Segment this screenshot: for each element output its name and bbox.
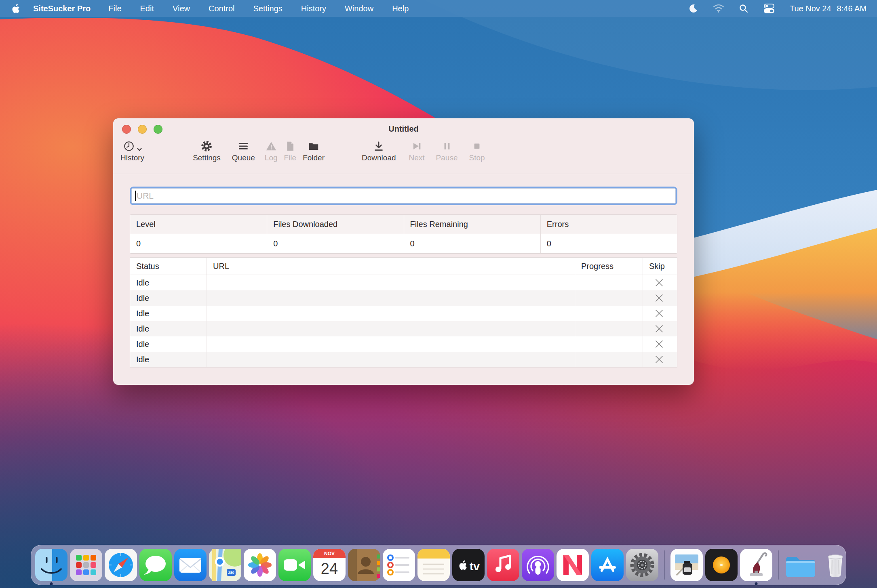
- dock-divider: [664, 550, 665, 580]
- dock: 280 NOV: [31, 545, 846, 585]
- document-icon: [284, 140, 296, 152]
- svg-text:tv: tv: [470, 560, 480, 573]
- queue-row[interactable]: Idle: [130, 321, 677, 336]
- apple-logo-icon: [11, 3, 20, 14]
- toolbar-next-button[interactable]: Next: [409, 139, 425, 162]
- dock-safari[interactable]: [105, 549, 137, 581]
- queue-row[interactable]: Idle: [130, 336, 677, 352]
- control-center-icon[interactable]: [763, 3, 775, 14]
- queue-row[interactable]: Idle: [130, 275, 677, 290]
- stats-value-level: 0: [130, 234, 267, 253]
- queue-lines-icon: [237, 140, 249, 152]
- queue-header-status[interactable]: Status: [130, 258, 207, 275]
- dock-launchpad[interactable]: [70, 549, 102, 581]
- dock-music[interactable]: [487, 549, 519, 581]
- apple-menu[interactable]: [11, 3, 21, 14]
- dock-calendar[interactable]: NOV 24: [313, 549, 346, 581]
- title-bar[interactable]: Untitled: [113, 118, 694, 139]
- text-caret: [135, 191, 136, 201]
- toolbar-stop-button[interactable]: Stop: [469, 139, 485, 162]
- dock-sitesucker[interactable]: [740, 549, 772, 581]
- chevron-down-icon: [137, 147, 142, 152]
- warning-triangle-icon: [265, 140, 277, 152]
- stats-value-files-downloaded: 0: [267, 234, 403, 253]
- svg-text:24: 24: [321, 560, 338, 577]
- queue-row-url: [207, 336, 575, 352]
- menu-edit[interactable]: Edit: [140, 4, 154, 13]
- dock-downloads-folder[interactable]: [784, 549, 817, 581]
- skip-button[interactable]: [643, 275, 675, 290]
- queue-header-progress[interactable]: Progress: [575, 258, 643, 275]
- dock-facetime[interactable]: [278, 549, 311, 581]
- toolbar-file-button[interactable]: File: [284, 139, 297, 162]
- menu-window[interactable]: Window: [345, 4, 373, 13]
- menu-settings[interactable]: Settings: [253, 4, 282, 13]
- queue-row-status: Idle: [130, 336, 207, 352]
- queue-row-progress: [575, 290, 643, 306]
- menu-control[interactable]: Control: [209, 4, 234, 13]
- skip-button[interactable]: [643, 321, 675, 336]
- dock-apple-tv[interactable]: tv: [452, 549, 485, 581]
- download-arrow-icon: [373, 140, 385, 152]
- toolbar-queue-button[interactable]: Queue: [232, 139, 255, 162]
- menubar-time: 8:46 AM: [837, 4, 866, 13]
- dock-finder[interactable]: [35, 549, 67, 581]
- clock-icon: [123, 140, 135, 152]
- toolbar-settings-button[interactable]: Settings: [193, 139, 221, 162]
- svg-text:280: 280: [228, 571, 234, 575]
- skip-next-icon: [411, 140, 423, 152]
- skip-button[interactable]: [643, 290, 675, 306]
- menu-bar: SiteSucker Pro File Edit View Control Se…: [0, 0, 877, 17]
- dock-maps[interactable]: 280: [209, 549, 241, 581]
- running-indicator: [50, 582, 53, 585]
- dock-notes[interactable]: [417, 549, 450, 581]
- dock-news[interactable]: [557, 549, 589, 581]
- skip-button[interactable]: [643, 352, 675, 367]
- queue-row[interactable]: Idle: [130, 306, 677, 321]
- wifi-icon[interactable]: [713, 4, 724, 13]
- gear-icon: [200, 140, 213, 152]
- dock-contacts[interactable]: [348, 549, 380, 581]
- queue-row-status: Idle: [130, 321, 207, 336]
- skip-button[interactable]: [643, 336, 675, 352]
- toolbar-download-button[interactable]: Download: [362, 139, 396, 162]
- toolbar-log-button[interactable]: Log: [265, 139, 278, 162]
- dock-app-store[interactable]: [591, 549, 624, 581]
- dock-trash[interactable]: [819, 549, 852, 581]
- pause-icon: [441, 140, 453, 152]
- dock-mail[interactable]: [174, 549, 207, 581]
- do-not-disturb-moon-icon[interactable]: [689, 4, 698, 13]
- queue-header-url[interactable]: URL: [207, 258, 575, 275]
- running-indicator: [755, 582, 758, 585]
- x-icon: [654, 293, 664, 303]
- menu-view[interactable]: View: [173, 4, 190, 13]
- menubar-clock[interactable]: Tue Nov 24 8:46 AM: [790, 4, 866, 13]
- spotlight-search-icon[interactable]: [739, 4, 748, 13]
- x-icon: [654, 309, 664, 318]
- toolbar-pause-button[interactable]: Pause: [436, 139, 458, 162]
- dock-reminders[interactable]: [383, 549, 415, 581]
- toolbar-history-button[interactable]: History: [120, 139, 144, 162]
- dock-podcasts[interactable]: [522, 549, 554, 581]
- menubar-app-name[interactable]: SiteSucker Pro: [33, 4, 91, 13]
- url-field-focus-ring: [130, 187, 677, 205]
- toolbar-folder-button[interactable]: Folder: [303, 139, 325, 162]
- dock-image-utility[interactable]: [670, 549, 703, 581]
- menu-history[interactable]: History: [301, 4, 326, 13]
- dock-messages[interactable]: [139, 549, 172, 581]
- sitesucker-window: Untitled History Settings: [113, 118, 694, 385]
- x-icon: [654, 355, 664, 364]
- queue-row[interactable]: Idle: [130, 352, 677, 367]
- queue-row-status: Idle: [130, 275, 207, 290]
- dock-photos[interactable]: [244, 549, 276, 581]
- dock-disc-utility[interactable]: [705, 549, 738, 581]
- skip-button[interactable]: [643, 306, 675, 321]
- queue-header-skip[interactable]: Skip: [643, 258, 675, 275]
- menu-help[interactable]: Help: [392, 4, 409, 13]
- stats-header-errors: Errors: [540, 215, 677, 234]
- dock-system-preferences[interactable]: [626, 549, 658, 581]
- stats-value-errors: 0: [540, 234, 677, 253]
- url-input[interactable]: [131, 188, 676, 204]
- queue-row[interactable]: Idle: [130, 290, 677, 306]
- menu-file[interactable]: File: [108, 4, 121, 13]
